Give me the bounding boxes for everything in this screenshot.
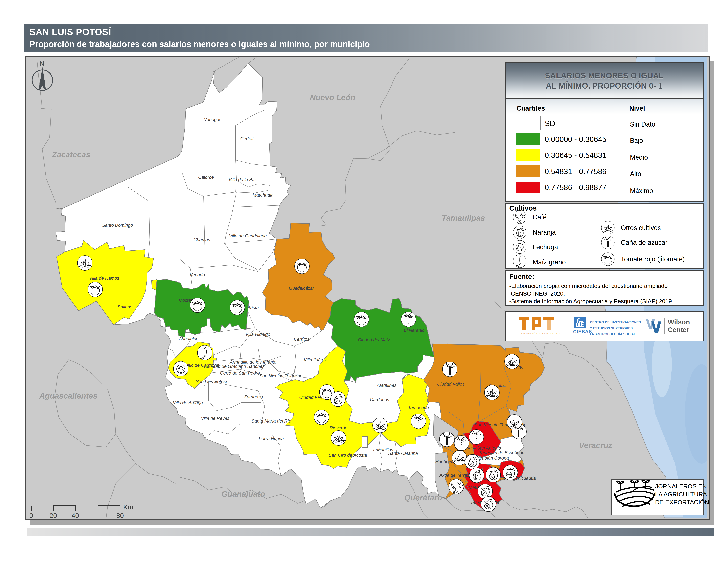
svg-text:Otros cultivos: Otros cultivos (621, 224, 661, 231)
svg-text:Villa Juárez: Villa Juárez (304, 358, 327, 363)
svg-text:Villa Hidalgo: Villa Hidalgo (245, 332, 270, 337)
svg-text:Tomate rojo (jitomate): Tomate rojo (jitomate) (621, 255, 685, 263)
svg-text:Cárdenas: Cárdenas (370, 397, 389, 402)
svg-text:Cerro de San Pedro: Cerro de San Pedro (220, 371, 260, 376)
svg-text:Zaragoza: Zaragoza (244, 395, 263, 399)
svg-text:Catorce: Catorce (198, 175, 214, 180)
svg-text:Aguascalientes: Aguascalientes (39, 392, 97, 400)
svg-text:0: 0 (29, 512, 33, 518)
svg-text:Axtla de Terrazas: Axtla de Terrazas (439, 473, 474, 478)
svg-text:Guadalcázar: Guadalcázar (289, 286, 314, 291)
svg-text:Café: Café (533, 213, 547, 221)
svg-text:San Ciro de Acosta: San Ciro de Acosta (329, 453, 367, 458)
svg-text:Santa María del Río: Santa María del Río (251, 419, 291, 424)
svg-text:Cerritos: Cerritos (294, 337, 310, 342)
svg-text:Nuevo León: Nuevo León (310, 93, 355, 102)
svg-text:Km: Km (123, 503, 133, 511)
svg-text:Maíz grano: Maíz grano (533, 258, 566, 266)
svg-text:Tierra Nueva: Tierra Nueva (258, 436, 284, 441)
svg-text:Zacatecas: Zacatecas (52, 150, 90, 159)
svg-text:Matehuala: Matehuala (253, 192, 273, 197)
svg-text:Ciudad del Maíz: Ciudad del Maíz (358, 338, 390, 343)
svg-text:Guanajuato: Guanajuato (221, 490, 265, 498)
svg-text:Cedral: Cedral (240, 136, 254, 141)
svg-text:Caña de azucar: Caña de azucar (621, 239, 667, 246)
svg-text:Vanegas: Vanegas (204, 117, 221, 122)
svg-text:Ahualulco: Ahualulco (179, 336, 199, 341)
svg-text:Alaquines: Alaquines (377, 383, 397, 388)
svg-text:San Nicolás Tolentino: San Nicolás Tolentino (259, 374, 302, 378)
svg-text:Rioverde: Rioverde (330, 425, 347, 430)
svg-text:Ciudad Valles: Ciudad Valles (437, 382, 465, 387)
svg-text:Charcas: Charcas (194, 237, 210, 242)
svg-text:Tanquián de Escobedo: Tanquián de Escobedo (479, 450, 524, 455)
svg-text:Santa Catarina: Santa Catarina (388, 451, 418, 456)
svg-text:EVALUACIÓN Y PROYECTOS S.C.: EVALUACIÓN Y PROYECTOS S.C. (519, 332, 568, 335)
svg-text:El Naranjo: El Naranjo (404, 328, 425, 333)
svg-text:Lechuga: Lechuga (533, 243, 558, 250)
svg-text:San Luis Potosí: San Luis Potosí (196, 379, 227, 384)
svg-text:Villa de Guadalupe: Villa de Guadalupe (229, 233, 267, 238)
svg-text:Villa de Ramos: Villa de Ramos (89, 276, 119, 281)
svg-text:N: N (40, 60, 44, 67)
svg-text:Villa de la Paz: Villa de la Paz (229, 177, 257, 182)
svg-text:Naranja: Naranja (533, 229, 556, 236)
svg-text:40: 40 (72, 512, 79, 518)
svg-text:Venado: Venado (190, 272, 205, 277)
svg-text:20: 20 (50, 512, 57, 518)
svg-text:Veracruz: Veracruz (579, 441, 612, 450)
svg-text:San Antonio: San Antonio (477, 446, 501, 451)
svg-text:Villa de Arriaga: Villa de Arriaga (173, 400, 203, 405)
svg-text:Querétaro: Querétaro (404, 493, 442, 502)
svg-text:Santo Domingo: Santo Domingo (102, 223, 133, 228)
svg-text:Tamasopo: Tamasopo (408, 405, 429, 410)
svg-text:Salinas: Salinas (118, 305, 132, 309)
svg-text:80: 80 (116, 512, 124, 518)
svg-text:Villa de Reyes: Villa de Reyes (201, 416, 229, 421)
svg-text:Tamaulipas: Tamaulipas (442, 213, 485, 222)
